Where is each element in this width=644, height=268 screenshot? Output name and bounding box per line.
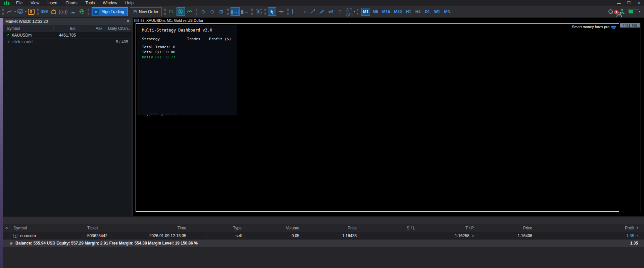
desktop-edge-strip (0, 18, 3, 268)
toolbar-group-separator (88, 8, 89, 16)
timeframe-button-d1[interactable]: D1 (423, 8, 432, 16)
chart-window-titlebar[interactable]: XAUUSDm, M1: Gold vs US Dollar (133, 18, 644, 23)
chart-plot-area[interactable]: Smart money forex pro Multi-Strategy Das… (136, 23, 619, 212)
add-symbol-label[interactable]: click to add... (12, 40, 36, 44)
toolbar-right-group: 1 ⇧LVL (608, 9, 644, 14)
tp-close-icon[interactable]: × (472, 234, 474, 238)
close-button[interactable]: ✕ (634, 0, 644, 6)
chart-type-dropdown-icon[interactable]: ▾ (14, 10, 16, 13)
minimize-button[interactable]: — (614, 0, 624, 6)
signals-icon[interactable]: ((o)) (58, 7, 68, 16)
position-sl (360, 232, 418, 239)
algo-trading-button[interactable]: ▶ Algo Trading (92, 7, 128, 16)
auto-scroll-icon[interactable]: ▮→| (231, 7, 240, 16)
new-order-icon: ⊞ (133, 9, 137, 14)
col-price[interactable]: Price (302, 224, 360, 232)
mt5-application: File View Insert Charts Tools Window Hel… (0, 0, 644, 268)
toolbar-drag-handle[interactable] (2, 8, 4, 16)
chart-type-icon[interactable] (5, 7, 14, 16)
sort-icon: ▼ (636, 227, 639, 229)
col-profit[interactable]: Profit▼ (535, 224, 644, 232)
menu-insert[interactable]: Insert (43, 0, 61, 6)
ide-button[interactable]: IDE (40, 7, 49, 16)
add-symbol-icon[interactable]: + (7, 40, 10, 44)
line-chart-icon[interactable] (186, 7, 194, 16)
chart-shift-icon[interactable]: ▮|← (240, 7, 249, 16)
search-icon[interactable] (608, 9, 613, 14)
col-time[interactable]: Time (128, 224, 207, 232)
market-watch-row[interactable]: ↗XAUUSDm4461.785 (3, 32, 132, 39)
market-icon[interactable] (49, 7, 58, 16)
zoom-out-icon[interactable]: ⊖ (208, 7, 216, 16)
timeframe-button-h4[interactable]: H4 (414, 8, 423, 16)
menu-charts[interactable]: Charts (61, 0, 81, 6)
horizontal-line-tool-icon[interactable]: ─○ (299, 7, 308, 16)
position-close-icon[interactable]: × (637, 234, 639, 238)
profiles-dropdown-icon[interactable]: ▾ (25, 10, 27, 13)
tile-windows-icon[interactable]: ⊞ (217, 7, 226, 16)
payments-icon[interactable]: $ (27, 7, 35, 16)
new-order-button[interactable]: ⊞ New Order (130, 7, 162, 16)
channel-tool-icon[interactable] (317, 7, 326, 16)
mt5-logo-icon (3, 1, 10, 5)
cursor-icon[interactable] (268, 7, 276, 16)
timeframe-button-m15[interactable]: M15 (381, 8, 392, 16)
timeframe-button-m30[interactable]: M30 (392, 8, 403, 16)
dashboard-header: Strategy Trades Profit ($) (142, 37, 237, 42)
col-volume[interactable]: Volume (245, 224, 302, 232)
price-axis[interactable]: 4461.785 (620, 23, 640, 212)
arrow-up-icon: ↗ (6, 33, 9, 37)
timeframe-button-m5[interactable]: M5 (371, 8, 380, 16)
text-tool-icon[interactable]: T (336, 7, 344, 16)
shapes-tool-icon[interactable]: △○◇□ (345, 7, 353, 16)
vertical-line-tool-icon[interactable]: ⎸ (290, 7, 299, 16)
column-bid[interactable]: Bid (54, 26, 79, 31)
toolbox-empty-area (3, 247, 644, 268)
column-daily-change[interactable]: Daily Chan... (105, 26, 130, 31)
timeframe-button-w1[interactable]: W1 (433, 8, 442, 16)
column-ask[interactable]: Ask (79, 26, 105, 31)
market-watch-rows: ↗XAUUSDm4461.785 (3, 32, 132, 39)
col-tp[interactable]: T / P (418, 224, 477, 232)
col-price2[interactable]: Price (477, 224, 535, 232)
timeframe-button-h1[interactable]: H1 (404, 8, 413, 16)
fibonacci-tool-icon[interactable] (327, 7, 335, 16)
chart-bars-icon (140, 19, 145, 22)
menu-window[interactable]: Window (99, 0, 121, 6)
position-row[interactable]: eurusdm 503628442 2026.01.09 12:13:35 se… (3, 232, 644, 239)
col-type[interactable]: Type (207, 224, 245, 232)
market-watch-columns: Symbol Bid Ask Daily Chan... (3, 25, 132, 32)
zoom-in-icon[interactable]: ⊕ (199, 7, 207, 16)
timeframe-button-m1[interactable]: M1 (361, 8, 370, 16)
menu-view[interactable]: View (27, 0, 43, 6)
market-watch-close-icon[interactable]: ✕ (127, 19, 130, 23)
profiles-icon[interactable] (16, 7, 24, 16)
timeframe-button-mn[interactable]: MN (443, 8, 452, 16)
col-sl[interactable]: S / L (360, 224, 418, 232)
col-ticket[interactable]: Ticket (85, 224, 128, 232)
screenshot-icon[interactable] (254, 7, 263, 16)
toolbox-close-icon[interactable]: ✕ (3, 224, 11, 232)
community-icon[interactable] (78, 7, 86, 16)
toolbar-group-separator (227, 8, 229, 16)
menu-file[interactable]: File (12, 0, 27, 6)
trendline-tool-icon[interactable] (308, 7, 317, 16)
market-watch-titlebar[interactable]: Market Watch: 12:33:20 ✕ (3, 18, 132, 25)
account-summary-row: ⊕ Balance: 555.94 USD Equity: 557.29 Mar… (3, 239, 644, 247)
toolbar-group-separator (37, 8, 39, 16)
column-symbol[interactable]: Symbol (3, 26, 54, 31)
col-symbol[interactable]: Symbol (11, 224, 85, 232)
time-axis[interactable] (136, 212, 641, 216)
position-symbol: eurusdm (20, 233, 36, 238)
menu-tools[interactable]: Tools (82, 0, 99, 6)
bar-chart-icon[interactable] (167, 7, 176, 16)
strategy-dashboard-overlay: Multi-Strategy Dashboard v3.0 Strategy T… (137, 25, 237, 115)
candlestick-chart-icon[interactable] (177, 7, 185, 16)
symbol-cell: ↗XAUUSDm (3, 33, 54, 38)
shapes-dropdown-icon[interactable]: ▾ (354, 10, 355, 13)
chart-window-border (641, 23, 641, 216)
menu-help[interactable]: Help (121, 0, 138, 6)
restore-button[interactable]: ❐ (624, 0, 634, 6)
crosshair-icon[interactable] (277, 7, 285, 16)
cloud-icon[interactable]: ☁ (68, 7, 77, 16)
